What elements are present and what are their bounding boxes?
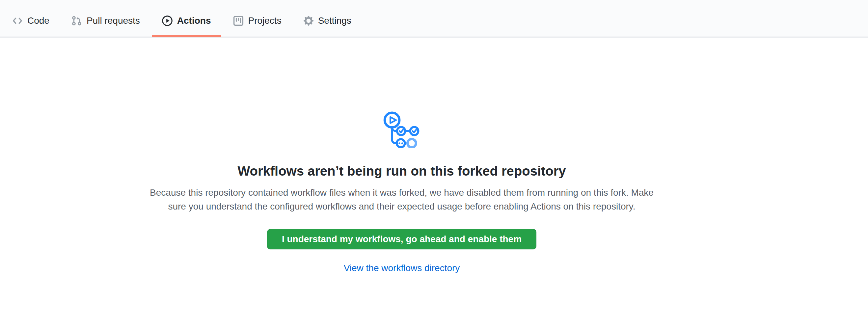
view-workflows-directory-link[interactable]: View the workflows directory bbox=[344, 263, 460, 274]
gear-icon bbox=[304, 15, 313, 26]
tab-label: Actions bbox=[177, 16, 211, 25]
tab-label: Code bbox=[27, 16, 50, 25]
repo-tab-nav: Code Pull requests A bbox=[0, 0, 868, 37]
page-title: Workflows aren’t being run on this forke… bbox=[238, 163, 566, 179]
actions-workflow-icon bbox=[383, 111, 421, 148]
actions-disabled-blankslate: Workflows aren’t being run on this forke… bbox=[0, 37, 803, 274]
pull-request-icon bbox=[71, 15, 82, 26]
tab-label: Pull requests bbox=[87, 16, 140, 25]
tab-settings[interactable]: Settings bbox=[293, 5, 362, 37]
tab-code[interactable]: Code bbox=[2, 5, 60, 37]
description-text: Because this repository contained workfl… bbox=[150, 186, 654, 214]
tab-actions[interactable]: Actions bbox=[152, 5, 221, 37]
description-line-2: sure you understand the configured workf… bbox=[150, 200, 654, 214]
tab-projects[interactable]: Projects bbox=[223, 5, 292, 37]
play-circle-icon bbox=[162, 15, 173, 26]
code-icon bbox=[12, 15, 23, 26]
active-tab-indicator bbox=[152, 35, 221, 37]
description-line-1: Because this repository contained workfl… bbox=[150, 186, 654, 200]
project-board-icon bbox=[233, 15, 244, 26]
enable-workflows-button[interactable]: I understand my workflows, go ahead and … bbox=[267, 229, 536, 249]
tab-pull-requests[interactable]: Pull requests bbox=[61, 5, 150, 37]
tab-label: Settings bbox=[318, 16, 351, 25]
tab-label: Projects bbox=[248, 16, 282, 25]
